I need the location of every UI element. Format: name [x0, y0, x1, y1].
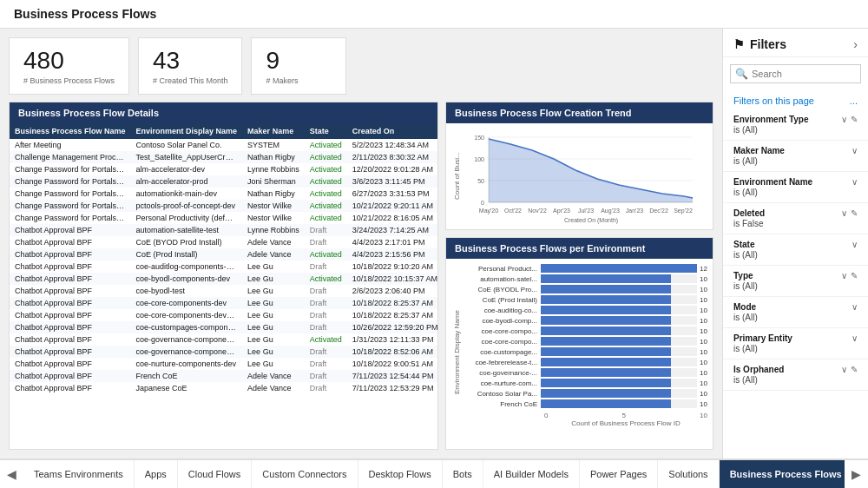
table-row[interactable]: Change Password for Portals Contactalm-a…: [10, 163, 437, 175]
filter-actions: ∨: [852, 146, 858, 155]
tab-apps[interactable]: Apps: [135, 460, 178, 488]
bar-track: [541, 264, 697, 273]
filter-item-0: Environment Type ∨ ✎ is (All): [723, 109, 868, 141]
bar-label: coe-core-compo...: [463, 327, 541, 335]
filter-item-7: Primary Entity ∨ is (All): [723, 328, 868, 359]
chevron-down-icon[interactable]: ∨: [841, 115, 847, 124]
table-row[interactable]: Change Password for Portals ContactPerso…: [10, 212, 437, 224]
tab-items: Teams EnvironmentsAppsCloud FlowsCustom …: [23, 460, 845, 488]
filter-header[interactable]: Environment Type ∨ ✎: [733, 115, 858, 124]
bar-track: [541, 316, 697, 325]
bar-track: [541, 389, 697, 398]
tab-business-process-flows[interactable]: Business Process Flows: [720, 460, 845, 488]
table-row[interactable]: Chatbot Approval BPFcoe-byodl-testLee Gu…: [10, 285, 437, 297]
bar-chart-row: coe-core-compo... 10: [463, 337, 707, 346]
filter-actions: ∨ ✎: [841, 115, 858, 124]
chevron-down-icon[interactable]: ∨: [841, 208, 847, 218]
bar-label: Personal Product...: [463, 265, 541, 273]
table-row[interactable]: After MeetingContoso Solar Panel Co.SYST…: [10, 139, 437, 151]
filter-actions: ∨ ✎: [841, 208, 858, 218]
bar-label: Contoso Solar Pa...: [463, 390, 541, 398]
table-row[interactable]: Chatbot Approval BPFCoE (Prod Install)Ad…: [10, 248, 437, 260]
table-row[interactable]: Chatbot Approval BPFFrench CoEAdele Vanc…: [10, 370, 437, 382]
chevron-down-icon[interactable]: ∨: [852, 146, 858, 155]
bar-value: 12: [700, 265, 707, 273]
table-row[interactable]: Change Password for Portals Contactautom…: [10, 188, 437, 200]
table-row[interactable]: Chatbot Approval BPFcoe-core-components-…: [10, 309, 437, 321]
chevron-down-icon[interactable]: ∨: [852, 177, 858, 187]
tab-bots[interactable]: Bots: [443, 460, 483, 488]
prev-tab-arrow[interactable]: ◀: [0, 460, 23, 488]
table-row[interactable]: Chatbot Approval BPFcoe-nurture-componen…: [10, 358, 437, 370]
close-icon[interactable]: ›: [853, 37, 858, 51]
bar-fill: [541, 316, 671, 325]
filter-item-6: Mode ∨ is (All): [723, 297, 868, 328]
tab-solutions[interactable]: Solutions: [658, 460, 719, 488]
table-col-header: Business Process Flow Name: [10, 123, 131, 139]
table-row[interactable]: Chatbot Approval BPFcoe-auditlog-compone…: [10, 260, 437, 273]
table-row[interactable]: Challenge Management ProcessTest_Satelli…: [10, 151, 437, 163]
bar-fill: [541, 379, 671, 387]
table-row[interactable]: Chatbot Approval BPFautomation-satellite…: [10, 224, 437, 236]
edit-icon[interactable]: ✎: [851, 365, 858, 374]
bar-value: 10: [700, 338, 707, 346]
filter-header[interactable]: Type ∨ ✎: [733, 271, 858, 280]
filter-value: is (All): [733, 313, 858, 322]
chevron-down-icon[interactable]: ∨: [841, 365, 847, 374]
middle-section: Business Process Flow Details Business P…: [9, 102, 713, 450]
table-row[interactable]: Chatbot Approval BPFcoe-governance-compo…: [10, 333, 437, 346]
bar-yaxis-label: Environment Display Name: [451, 264, 463, 440]
top-bar: Business Process Flows: [0, 0, 868, 29]
table-scroll[interactable]: Business Process Flow NameEnvironment Di…: [10, 123, 437, 449]
chevron-down-icon[interactable]: ∨: [852, 302, 858, 312]
bar-label: coe-nurture-com...: [463, 379, 541, 387]
table-row[interactable]: Chatbot Approval BPFcoe-governance-compo…: [10, 346, 437, 358]
main-area: 480# Business Process Flows43# Created T…: [0, 29, 868, 458]
filter-value: is (All): [733, 250, 858, 260]
tab-teams-environments[interactable]: Teams Environments: [23, 460, 135, 488]
filter-header[interactable]: Is Orphaned ∨ ✎: [733, 365, 858, 374]
filter-header[interactable]: Deleted ∨ ✎: [733, 208, 858, 218]
filter-header[interactable]: Primary Entity ∨: [733, 333, 858, 343]
chevron-down-icon[interactable]: ∨: [852, 333, 858, 343]
tab-custom-connectors[interactable]: Custom Connectors: [252, 460, 358, 488]
chevron-down-icon[interactable]: ∨: [841, 271, 847, 280]
table-panel: Business Process Flow Details Business P…: [9, 102, 438, 450]
next-tab-arrow[interactable]: ▶: [845, 460, 868, 488]
bar-value: 10: [700, 307, 707, 314]
bar-label: coe-byodl-comp...: [463, 317, 541, 325]
tab-desktop-flows[interactable]: Desktop Flows: [358, 460, 443, 488]
kpi-card-1: 43# Created This Month: [138, 37, 242, 95]
svg-text:Apr'23: Apr'23: [553, 208, 570, 214]
filter-header[interactable]: Maker Name ∨: [733, 146, 858, 155]
table-row[interactable]: Chatbot Approval BPFcoe-custompages-comp…: [10, 321, 437, 333]
bar-label: CoE (BYODL Pro...: [463, 286, 541, 293]
bar-track: [541, 347, 697, 356]
table-row[interactable]: Change Password for Portals Contactpctoo…: [10, 200, 437, 212]
edit-icon[interactable]: ✎: [851, 115, 858, 124]
filter-header[interactable]: State ∨: [733, 240, 858, 249]
tab-cloud-flows[interactable]: Cloud Flows: [178, 460, 253, 488]
chevron-down-icon[interactable]: ∨: [852, 240, 858, 249]
filter-header[interactable]: Environment Name ∨: [733, 177, 858, 187]
tab-power-pages[interactable]: Power Pages: [580, 460, 658, 488]
table-row[interactable]: Chatbot Approval BPFcoe-core-components-…: [10, 297, 437, 309]
tab-ai-builder-models[interactable]: AI Builder Models: [483, 460, 580, 488]
sidebar-header: ⚑ Filters ›: [723, 29, 868, 57]
kpi-label-0: # Business Process Flows: [23, 76, 115, 85]
filter-header[interactable]: Mode ∨: [733, 302, 858, 312]
table-row[interactable]: Chatbot Approval BPFcoe-byodl-components…: [10, 273, 437, 285]
kpi-number-0: 480: [23, 47, 115, 75]
bar-value: 10: [700, 390, 707, 398]
table-row[interactable]: Change Password for Portals Contactalm-a…: [10, 175, 437, 188]
filter-actions: ∨: [852, 333, 858, 343]
table-row[interactable]: Chatbot Approval BPFJapanese CoEAdele Va…: [10, 382, 437, 394]
edit-icon[interactable]: ✎: [851, 271, 858, 280]
bar-fill: [541, 358, 671, 366]
bar-label: coe-core-compo...: [463, 338, 541, 346]
search-input[interactable]: [730, 64, 861, 83]
filter-item-1: Maker Name ∨ is (All): [723, 141, 868, 172]
table-row[interactable]: Chatbot Approval BPFCoE (BYOD Prod Insta…: [10, 236, 437, 248]
table-col-header: Created On: [347, 123, 437, 139]
edit-icon[interactable]: ✎: [851, 208, 858, 218]
